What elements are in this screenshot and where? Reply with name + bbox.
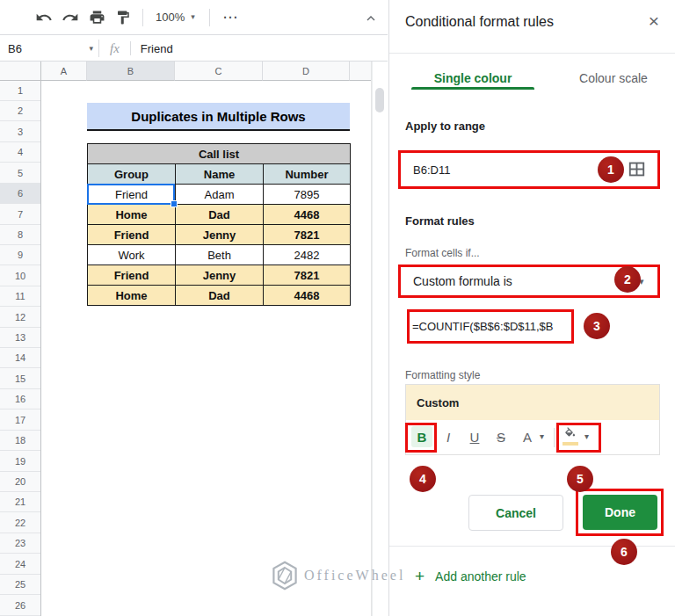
row-header-4[interactable]: 4	[0, 142, 40, 163]
row-header-18[interactable]: 18	[0, 431, 40, 451]
main-toolbar: 100% ▾ ⋯	[0, 0, 388, 35]
column-header-b[interactable]: B	[87, 62, 175, 81]
cell-b10[interactable]: Friend	[88, 265, 176, 286]
header-cell-group[interactable]: Group	[88, 164, 176, 185]
add-another-rule-button[interactable]: + Add another rule	[415, 568, 526, 584]
select-data-range-button[interactable]	[628, 162, 645, 180]
cell-c7[interactable]: Dad	[176, 205, 264, 225]
row-header-8[interactable]: 8	[0, 225, 40, 245]
zoom-select[interactable]: 100% ▾	[150, 11, 200, 24]
condition-select[interactable]: Custom formula is	[403, 267, 606, 295]
formula-input[interactable]: Friend	[141, 42, 173, 55]
style-preview: Custom	[406, 385, 659, 420]
underline-button[interactable]: U	[464, 426, 485, 447]
row-header-14[interactable]: 14	[0, 348, 40, 368]
close-panel-button[interactable]: ×	[642, 10, 665, 33]
row-header-6[interactable]: 6	[0, 184, 40, 204]
cell-c10[interactable]: Jenny	[176, 265, 264, 286]
chevron-up-icon	[364, 11, 378, 25]
cell-d6[interactable]: 7895	[264, 185, 351, 205]
cell-c9[interactable]: Beth	[176, 245, 264, 265]
collapse-toolbar-button[interactable]	[360, 8, 381, 29]
strikethrough-button[interactable]: S	[490, 426, 512, 447]
vertical-scrollbar-thumb[interactable]	[375, 88, 384, 112]
header-cell-number[interactable]: Number	[264, 164, 351, 185]
italic-button[interactable]: I	[438, 426, 459, 447]
redo-button[interactable]	[58, 5, 83, 30]
officewheel-logo-icon	[269, 559, 301, 592]
row-header-23[interactable]: 23	[0, 533, 40, 554]
cell-d10[interactable]: 7821	[264, 265, 351, 286]
table-title-cell[interactable]: Call list	[88, 144, 351, 164]
range-input[interactable]: B6:D11	[403, 153, 597, 186]
sheet-title-cell[interactable]: Duplicates in Multiple Rows	[87, 103, 350, 131]
row-header-1[interactable]: 1	[0, 81, 40, 101]
row-header-17[interactable]: 17	[0, 410, 40, 431]
text-color-button[interactable]: A	[517, 426, 538, 447]
cell-c8[interactable]: Jenny	[176, 225, 264, 245]
row-header-13[interactable]: 13	[0, 328, 40, 348]
row-header-26[interactable]: 26	[0, 596, 40, 616]
header-cell-name[interactable]: Name	[176, 164, 264, 185]
fill-handle[interactable]	[171, 200, 178, 207]
row-header-20[interactable]: 20	[0, 472, 40, 492]
row-header-19[interactable]: 19	[0, 452, 40, 472]
active-tab-underline	[411, 87, 534, 90]
cell-c6[interactable]: Adam	[176, 185, 264, 205]
name-box-value: B6	[8, 42, 22, 55]
chevron-down-icon: ▾	[191, 13, 195, 21]
panel-divider	[389, 53, 675, 54]
plus-icon: +	[415, 568, 425, 584]
done-button[interactable]: Done	[583, 495, 657, 530]
cancel-button[interactable]: Cancel	[468, 495, 563, 531]
cell-b8[interactable]: Friend	[88, 225, 176, 245]
row-header-21[interactable]: 21	[0, 492, 40, 512]
row-header-12[interactable]: 12	[0, 308, 40, 328]
row-header-11[interactable]: 11	[0, 286, 40, 307]
column-header-partial[interactable]	[350, 62, 372, 81]
custom-formula-input[interactable]: =COUNTIF($B$6:$D$11,$B	[410, 313, 570, 340]
annotation-box-4	[405, 423, 437, 453]
row-header-10[interactable]: 10	[0, 266, 40, 286]
chevron-down-icon: ▾	[540, 432, 544, 441]
cell-d11[interactable]: 4468	[264, 286, 351, 306]
more-icon: ⋯	[222, 8, 239, 26]
select-all-corner[interactable]	[0, 62, 41, 81]
print-button[interactable]	[84, 5, 109, 30]
row-header-5[interactable]: 5	[0, 163, 40, 184]
tab-colour-scale[interactable]: Colour scale	[561, 71, 666, 85]
undo-button[interactable]	[32, 5, 56, 30]
column-header-a[interactable]: A	[41, 62, 87, 81]
row-header-7[interactable]: 7	[0, 205, 40, 225]
more-options-button[interactable]: ⋯	[219, 5, 243, 30]
column-header-c[interactable]: C	[175, 62, 263, 81]
cell-b11[interactable]: Home	[88, 286, 176, 306]
row-header-9[interactable]: 9	[0, 245, 40, 265]
tab-single-colour[interactable]: Single colour	[411, 71, 534, 85]
row-header-2[interactable]: 2	[0, 101, 40, 121]
step-badge-3: 3	[584, 313, 610, 339]
call-list-table: Call list Group Name Number Friend Adam …	[87, 143, 351, 306]
name-box[interactable]: B6 ▾	[0, 42, 98, 55]
formula-bar-separator	[130, 41, 131, 55]
column-header-d[interactable]: D	[263, 62, 350, 81]
cell-d7[interactable]: 4468	[264, 205, 351, 225]
cell-d9[interactable]: 2482	[264, 245, 351, 265]
google-sheets-app: 100% ▾ ⋯ B6 ▾ fx Friend A B C D 12345678…	[0, 0, 675, 616]
close-icon: ×	[649, 11, 659, 32]
row-header-25[interactable]: 25	[0, 575, 40, 595]
step-badge-5: 5	[567, 466, 593, 492]
row-header-16[interactable]: 16	[0, 389, 40, 409]
annotation-box-5	[556, 423, 601, 453]
row-header-3[interactable]: 3	[0, 122, 40, 142]
cell-d8[interactable]: 7821	[264, 225, 351, 245]
chevron-down-icon: ▾	[89, 45, 93, 53]
cell-b9[interactable]: Work	[88, 245, 176, 265]
cell-c11[interactable]: Dad	[176, 286, 264, 306]
cell-b7[interactable]: Home	[88, 205, 176, 225]
row-header-15[interactable]: 15	[0, 369, 40, 389]
row-header-22[interactable]: 22	[0, 513, 40, 533]
paint-format-button[interactable]	[111, 5, 135, 30]
row-header-24[interactable]: 24	[0, 554, 40, 575]
add-rule-label: Add another rule	[435, 569, 526, 583]
